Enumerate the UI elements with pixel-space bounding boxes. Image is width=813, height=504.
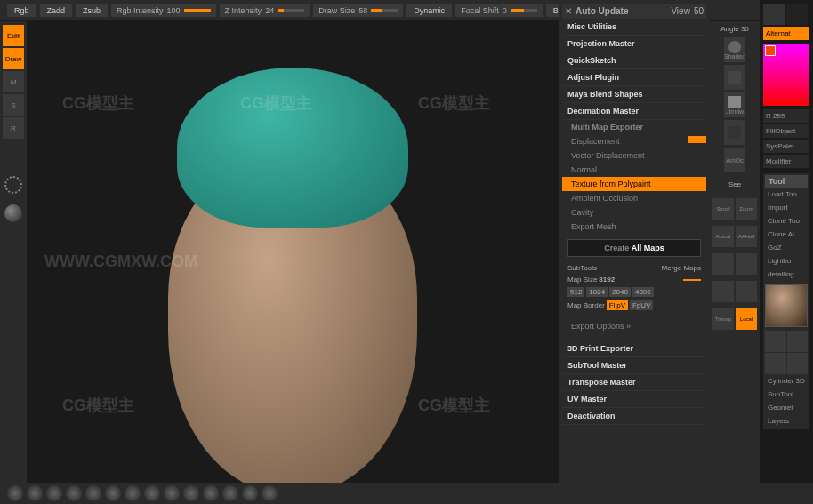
- loading-icon: [4, 176, 22, 194]
- shaded-mode[interactable]: Shaded: [724, 37, 745, 62]
- menu-misc-utilities[interactable]: Misc Utilities: [562, 19, 706, 36]
- color-picker[interactable]: [763, 44, 809, 106]
- render-mode-2[interactable]: [724, 65, 745, 90]
- right-toolbar: Angle 30 Shaded Jbndw AmOc See ScrollZoo…: [710, 21, 760, 504]
- menu-multi-map-exporter[interactable]: Multi Map Exporter: [562, 120, 706, 134]
- dynamic-button[interactable]: Dynamic: [406, 4, 452, 17]
- focal-shift-slider[interactable]: Focal Shift 0: [455, 4, 543, 17]
- material-sphere-icon[interactable]: [4, 204, 22, 222]
- tool-header[interactable]: Tool: [765, 175, 808, 188]
- export-options[interactable]: Export Options »: [562, 319, 706, 333]
- brush-preset[interactable]: [27, 485, 43, 501]
- zadd-button[interactable]: Zadd: [40, 4, 73, 17]
- tool-preset-4[interactable]: [787, 353, 809, 374]
- brush-preset[interactable]: [7, 485, 23, 501]
- brush-preset[interactable]: [144, 485, 160, 501]
- opt-ambient-occlusion[interactable]: Ambient Occlusion: [562, 191, 706, 205]
- nav-tool-2[interactable]: [736, 253, 757, 275]
- nav-tool-1[interactable]: [712, 253, 734, 275]
- menu-maya-blend-shapes[interactable]: Maya Blend Shapes: [562, 86, 706, 103]
- auto-update-toggle[interactable]: Auto Update: [576, 6, 667, 16]
- color-swatch[interactable]: [765, 45, 776, 56]
- rotate-tool[interactable]: R: [3, 117, 24, 139]
- tool-thumbnail[interactable]: [765, 284, 808, 327]
- jbndw-mode[interactable]: Jbndw: [724, 92, 745, 117]
- transp-tool[interactable]: Transp: [712, 308, 734, 330]
- modifier-section[interactable]: Modifier: [763, 155, 809, 168]
- swatch-2[interactable]: [786, 4, 808, 25]
- rgb-button[interactable]: Rgb: [7, 4, 36, 17]
- import-button[interactable]: Import: [765, 201, 808, 214]
- nav-tool-3[interactable]: [712, 281, 734, 302]
- opt-vector-displacement[interactable]: Vector Displacement: [562, 148, 706, 163]
- menu-adjust-plugin[interactable]: Adjust Plugin: [562, 69, 706, 86]
- create-all-maps-button[interactable]: Create All Maps: [567, 239, 701, 257]
- scroll-tool[interactable]: Scroll: [712, 198, 734, 220]
- actual-tool[interactable]: Actual: [712, 226, 734, 247]
- size-presets-row[interactable]: 512 1024 2048 4096: [562, 285, 706, 299]
- map-border-row[interactable]: Map Border FlipV FpUV: [562, 299, 706, 312]
- brush-preset[interactable]: [183, 485, 199, 501]
- tool-preset-1[interactable]: [765, 331, 786, 352]
- bottom-brush-bar: [0, 483, 813, 504]
- menu-quicksketch[interactable]: QuickSketch: [562, 52, 706, 69]
- brush-preset[interactable]: [164, 485, 180, 501]
- menu-deactivation[interactable]: Deactivation: [562, 408, 706, 425]
- amoc-mode[interactable]: AmOc: [724, 148, 745, 172]
- brush-preset[interactable]: [66, 485, 82, 501]
- opt-cavity[interactable]: Cavity: [562, 205, 706, 220]
- local-tool[interactable]: Local: [736, 308, 757, 330]
- map-size-row[interactable]: Map Size 8192: [562, 274, 706, 285]
- opt-normal[interactable]: Normal: [562, 163, 706, 177]
- subtool-section[interactable]: SubTool: [765, 388, 808, 401]
- menu-3d-print-exporter[interactable]: 3D Print Exporter: [562, 340, 706, 357]
- brush-preset[interactable]: [222, 485, 238, 501]
- move-tool[interactable]: M: [3, 71, 24, 92]
- nav-tool-4[interactable]: [736, 281, 757, 302]
- brush-preset[interactable]: [242, 485, 258, 501]
- menu-uv-master[interactable]: UV Master: [562, 391, 706, 408]
- load-tool-button[interactable]: Load Too: [765, 188, 808, 201]
- brush-preset[interactable]: [46, 485, 62, 501]
- draw-size-slider[interactable]: Draw Size 58: [313, 4, 403, 17]
- r-value: R 255: [763, 109, 809, 123]
- layers-section[interactable]: Layers: [765, 414, 808, 428]
- fillobject-button[interactable]: FillObject: [763, 124, 809, 138]
- draw-tool[interactable]: Draw: [3, 48, 24, 69]
- opt-texture-from-polypaint[interactable]: Texture from Polypaint: [562, 177, 706, 191]
- close-icon[interactable]: ✕: [565, 6, 572, 16]
- brush-preset[interactable]: [262, 485, 278, 501]
- subtools-merge-row[interactable]: SubTools Merge Maps: [562, 262, 706, 274]
- geometry-section[interactable]: Geomet: [765, 401, 808, 414]
- scale-tool[interactable]: S: [3, 94, 24, 116]
- goz-button[interactable]: GoZ: [765, 241, 808, 254]
- syspalet-button[interactable]: SysPalet: [763, 140, 809, 153]
- left-toolbar: Edit Draw M S R: [0, 21, 27, 483]
- menu-decimation-master[interactable]: Decimation Master: [562, 103, 706, 120]
- detailing-button[interactable]: detailing: [765, 268, 808, 281]
- render-mode-4[interactable]: [724, 120, 745, 145]
- brush-preset[interactable]: [105, 485, 121, 501]
- brush-preset[interactable]: [203, 485, 219, 501]
- alternat-button[interactable]: Alternat: [763, 27, 809, 40]
- rgb-intensity-slider[interactable]: Rgb Intensity 100: [111, 4, 216, 17]
- z-intensity-slider[interactable]: Z Intensity 24: [220, 4, 310, 17]
- menu-transpose-master[interactable]: Transpose Master: [562, 374, 706, 391]
- zsub-button[interactable]: Zsub: [76, 4, 108, 17]
- aahalf-tool[interactable]: AAHalf: [736, 226, 757, 247]
- opt-displacement[interactable]: Displacement: [562, 134, 706, 148]
- clone-tool-button[interactable]: Clone Too: [765, 214, 808, 228]
- opt-export-mesh[interactable]: Export Mesh: [562, 220, 706, 234]
- tool-preset-3[interactable]: [765, 353, 786, 374]
- clone-all-button[interactable]: Clone Al: [765, 228, 808, 241]
- lightbox-button[interactable]: Lightbo: [765, 254, 808, 268]
- zoom-tool[interactable]: Zoom: [736, 198, 757, 220]
- menu-projection-master[interactable]: Projection Master: [562, 36, 706, 52]
- brush-preset[interactable]: [125, 485, 141, 501]
- menu-subtool-master[interactable]: SubTool Master: [562, 357, 706, 374]
- tool-preset-2[interactable]: [787, 331, 809, 352]
- brush-preset[interactable]: [85, 485, 101, 501]
- swatch-1[interactable]: [763, 4, 785, 25]
- edit-tool[interactable]: Edit: [3, 25, 24, 46]
- viewport[interactable]: CG模型主 CG模型主 CG模型主 WWW.CGMXW.COM CG模型主 CG…: [27, 21, 559, 483]
